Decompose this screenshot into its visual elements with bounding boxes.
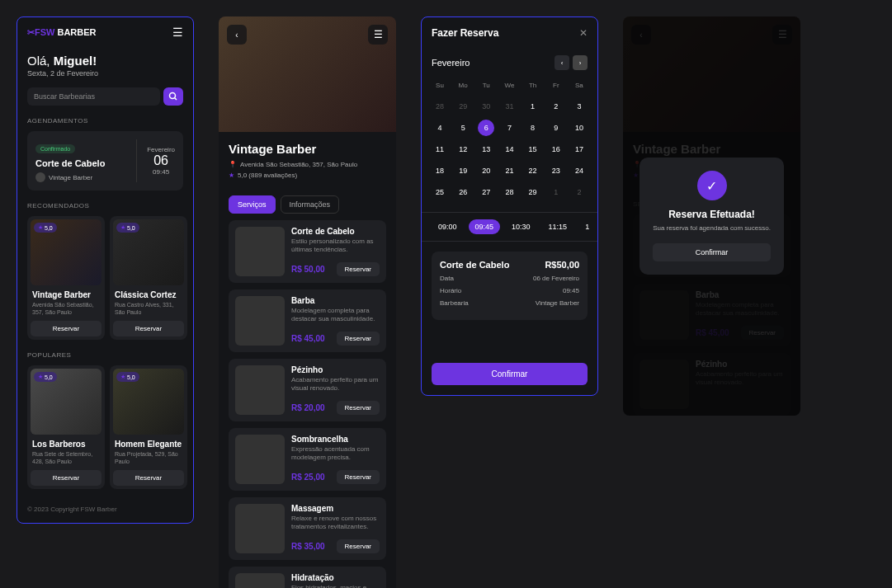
next-month-button[interactable]: › <box>573 55 588 70</box>
calendar-day[interactable]: 14 <box>501 141 517 158</box>
calendar-day[interactable]: 5 <box>455 120 471 136</box>
booking-month: Fevereiro <box>147 146 175 153</box>
reserve-button[interactable]: Reservar <box>337 332 380 346</box>
rating-badge: ★5,0 <box>116 223 139 233</box>
search-input[interactable] <box>27 87 160 106</box>
service-price: R$ 50,00 <box>291 265 325 274</box>
calendar-day[interactable]: 28 <box>432 98 448 115</box>
time-slot[interactable]: 10:30 <box>505 219 537 234</box>
menu-button[interactable]: ☰ <box>368 25 388 45</box>
star-icon: ★ <box>38 224 43 231</box>
calendar-day[interactable]: 27 <box>478 184 494 200</box>
reserve-button[interactable]: Reservar <box>113 321 184 336</box>
tab-info[interactable]: Informações <box>281 195 340 214</box>
shop-title: Vintage Barber <box>229 142 386 156</box>
section-appointments: AGENDAMENTOS <box>17 117 193 125</box>
time-slot[interactable]: 1 <box>578 219 596 234</box>
calendar-day[interactable]: 4 <box>432 120 448 136</box>
calendar-day[interactable]: 12 <box>455 141 471 158</box>
reserve-button[interactable]: Reservar <box>31 470 101 486</box>
calendar-day[interactable]: 11 <box>432 141 448 158</box>
booking-day: 06 <box>147 153 175 168</box>
service-card: Corte de CabeloEstilo personalizado com … <box>229 220 386 283</box>
shop-address: Rua Sete de Setembro, 428, São Paulo <box>31 450 101 465</box>
success-toast: ✓ Reserva Efetuada! Sua reserva foi agen… <box>640 158 784 274</box>
calendar-dow: We <box>501 77 517 93</box>
tab-services[interactable]: Serviços <box>229 195 276 214</box>
reserve-button[interactable]: Reservar <box>31 321 101 336</box>
calendar-day[interactable]: 24 <box>571 162 588 179</box>
time-slot[interactable]: 11:15 <box>542 219 574 234</box>
calendar-day[interactable]: 2 <box>571 184 588 200</box>
summary-shop-label: Barbearia <box>440 299 469 307</box>
shop-name: Vintage Barber <box>31 290 101 299</box>
calendar-day[interactable]: 8 <box>525 120 541 136</box>
calendar-day[interactable]: 20 <box>478 162 494 179</box>
calendar-day[interactable]: 10 <box>571 120 588 136</box>
calendar-day[interactable]: 18 <box>432 162 448 179</box>
footer: © 2023 Copyright FSW Barber <box>17 496 193 523</box>
menu-button[interactable]: ☰ <box>172 26 183 39</box>
calendar-day[interactable]: 29 <box>455 98 471 115</box>
prev-month-button[interactable]: ‹ <box>555 55 569 70</box>
calendar-day[interactable]: 26 <box>455 184 471 200</box>
calendar-day[interactable]: 7 <box>501 120 517 136</box>
calendar-day[interactable]: 16 <box>548 141 564 158</box>
shop-rating: 5,0 (889 avaliações) <box>238 172 297 179</box>
calendar-day[interactable]: 30 <box>478 98 494 115</box>
calendar-day[interactable]: 3 <box>571 98 588 115</box>
service-image <box>235 435 285 484</box>
calendar-dow: Mo <box>455 77 471 93</box>
service-description: Fios hidratados, macios e <box>291 584 380 588</box>
calendar-day[interactable]: 9 <box>548 120 564 136</box>
reserve-button[interactable]: Reservar <box>113 470 184 486</box>
status-badge: Confirmado <box>35 144 75 153</box>
star-icon: ★ <box>229 172 234 179</box>
time-slot[interactable]: 09:45 <box>469 219 501 234</box>
calendar-dow: Sa <box>571 77 588 93</box>
service-description: Modelagem completa para destacar sua mas… <box>291 307 380 324</box>
service-image <box>235 227 285 276</box>
calendar-day[interactable]: 28 <box>501 184 517 200</box>
shop-card[interactable]: ★5,0 Clássica Cortez Rua Castro Alves, 3… <box>110 216 187 340</box>
calendar-day[interactable]: 1 <box>525 98 541 115</box>
calendar-day[interactable]: 25 <box>432 184 448 200</box>
booking-card[interactable]: Confirmado Corte de Cabelo Vintage Barbe… <box>27 131 183 191</box>
calendar-day[interactable]: 1 <box>548 184 564 200</box>
close-button[interactable]: ✕ <box>579 27 588 39</box>
calendar-day[interactable]: 22 <box>525 162 541 179</box>
calendar-day[interactable]: 2 <box>548 98 564 115</box>
back-button[interactable]: ‹ <box>227 25 247 45</box>
booking-time: 09:45 <box>147 168 175 176</box>
calendar-day[interactable]: 13 <box>478 141 494 158</box>
calendar-day[interactable]: 31 <box>501 98 517 115</box>
shop-card[interactable]: ★5,0 Los Barberos Rua Sete de Setembro, … <box>27 365 105 489</box>
calendar-day[interactable]: 19 <box>455 162 471 179</box>
calendar-day[interactable]: 21 <box>501 162 517 179</box>
calendar-day[interactable]: 6 <box>478 120 494 136</box>
calendar-dow: Fr <box>548 77 564 93</box>
service-name: Sombrancelha <box>291 435 380 444</box>
reserve-button[interactable]: Reservar <box>337 262 380 276</box>
confirm-button[interactable]: Confirmar <box>432 363 588 385</box>
calendar-day[interactable]: 17 <box>571 141 588 158</box>
modal-title: Fazer Reserva <box>432 27 498 39</box>
booking-shop: Vintage Barber <box>49 174 92 181</box>
star-icon: ★ <box>38 374 43 380</box>
shop-card[interactable]: ★5,0 Homem Elegante Rua Projetada, 529, … <box>110 365 187 489</box>
reserve-button[interactable]: Reservar <box>337 539 380 553</box>
calendar-day[interactable]: 23 <box>548 162 564 179</box>
calendar-day[interactable]: 29 <box>525 184 541 200</box>
star-icon: ★ <box>120 224 125 231</box>
time-slot[interactable]: 09:00 <box>432 219 464 234</box>
search-button[interactable] <box>163 87 183 106</box>
svg-point-0 <box>170 93 176 99</box>
toast-confirm-button[interactable]: Confirmar <box>653 243 771 261</box>
calendar-day[interactable]: 15 <box>525 141 541 158</box>
reserve-button[interactable]: Reservar <box>337 470 380 484</box>
service-image <box>235 365 285 415</box>
reserve-button[interactable]: Reservar <box>337 401 380 415</box>
shop-address: Rua Projetada, 529, São Paulo <box>113 450 184 465</box>
shop-card[interactable]: ★5,0 Vintage Barber Avenida São Sebastiã… <box>27 216 105 340</box>
toast-title: Reserva Efetuada! <box>653 209 771 220</box>
